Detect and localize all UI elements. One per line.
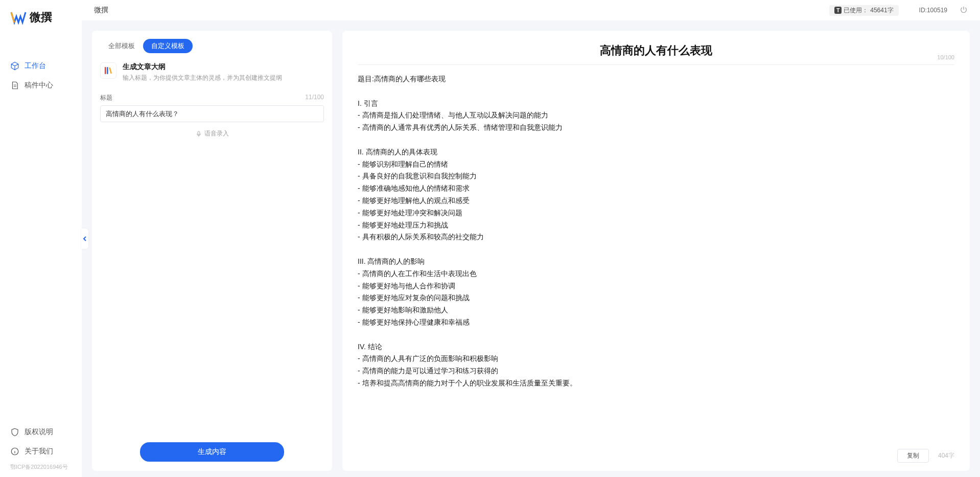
nav-item-about[interactable]: 关于我们 (0, 442, 82, 461)
text-badge-icon: T (834, 7, 842, 14)
copy-button[interactable]: 复制 (897, 449, 929, 463)
pane-right: 高情商的人有什么表现 10/100 题目:高情商的人有哪些表现 I. 引言 - … (342, 31, 970, 471)
voice-input-button[interactable]: 语音录入 (92, 122, 332, 145)
template-card[interactable]: 生成文章大纲 输入标题，为你提供文章主体的灵感，并为其创建推文提纲 (92, 58, 332, 89)
page-title: 微撰 (94, 6, 108, 15)
nav-label: 关于我们 (25, 447, 53, 456)
document-icon (10, 81, 19, 90)
usage-prefix: 已使用： (844, 6, 868, 15)
microphone-icon (195, 130, 202, 138)
output-title: 高情商的人有什么表现 (600, 43, 712, 58)
tab-all-templates[interactable]: 全部模板 (100, 39, 143, 53)
pane-left: 全部模板 自定义模板 生成文章大纲 输入标题，为你提供文章主体的灵感，并为其创建… (92, 31, 332, 471)
outline-books-icon (103, 65, 113, 76)
power-button[interactable] (960, 6, 968, 15)
tab-custom-templates[interactable]: 自定义模板 (143, 39, 193, 53)
nav-item-drafts[interactable]: 稿件中心 (0, 76, 82, 95)
logo-icon (10, 9, 27, 26)
topbar: 微撰 T 已使用： 45641字 ID:100519 (82, 0, 980, 20)
svg-rect-3 (198, 131, 200, 134)
output-body[interactable]: 题目:高情商的人有哪些表现 I. 引言 - 高情商是指人们处理情绪、与他人互动以… (358, 65, 954, 444)
sidebar: 微撰 工作台 稿件中心 版权说明 关于我们 鄂ICP备2022016946号 (0, 0, 82, 477)
power-icon (960, 6, 968, 14)
brand-name: 微撰 (30, 10, 52, 25)
shield-icon (10, 427, 19, 437)
usage-value: 45641字 (870, 6, 893, 15)
cube-icon (10, 61, 19, 71)
output-title-count: 10/100 (937, 54, 954, 60)
sidebar-collapse-handle[interactable] (81, 229, 88, 249)
nav-item-copyright[interactable]: 版权说明 (0, 422, 82, 442)
generate-button[interactable]: 生成内容 (140, 442, 284, 462)
output-title-row: 高情商的人有什么表现 10/100 (358, 43, 954, 65)
nav-label: 版权说明 (25, 427, 53, 437)
field-char-count: 11/100 (305, 94, 324, 102)
title-field: 标题 11/100 (92, 89, 332, 122)
output-footer: 复制 404字 (358, 444, 954, 463)
user-id: ID:100519 (919, 7, 947, 14)
nav-label: 稿件中心 (25, 81, 53, 90)
field-label: 标题 (100, 94, 112, 102)
template-title: 生成文章大纲 (123, 62, 324, 72)
template-desc: 输入标题，为你提供文章主体的灵感，并为其创建推文提纲 (123, 74, 324, 82)
nav-label: 工作台 (25, 61, 46, 71)
template-icon (100, 62, 116, 79)
title-input[interactable] (100, 105, 324, 122)
chevron-left-icon (82, 236, 87, 241)
info-icon (10, 447, 19, 456)
voice-label: 语音录入 (204, 129, 229, 138)
template-tabs: 全部模板 自定义模板 (92, 31, 332, 58)
brand-logo: 微撰 (0, 9, 82, 56)
usage-pill[interactable]: T 已使用： 45641字 (829, 5, 898, 16)
nav-main: 工作台 稿件中心 (0, 56, 82, 422)
nav-item-workbench[interactable]: 工作台 (0, 56, 82, 76)
icp-footer: 鄂ICP备2022016946号 (0, 461, 82, 473)
output-char-count: 404字 (938, 451, 954, 460)
nav-bottom: 版权说明 关于我们 鄂ICP备2022016946号 (0, 422, 82, 473)
panes: 全部模板 自定义模板 生成文章大纲 输入标题，为你提供文章主体的灵感，并为其创建… (82, 20, 980, 477)
main-area: 微撰 T 已使用： 45641字 ID:100519 全部模板 自定义模板 (82, 0, 980, 477)
